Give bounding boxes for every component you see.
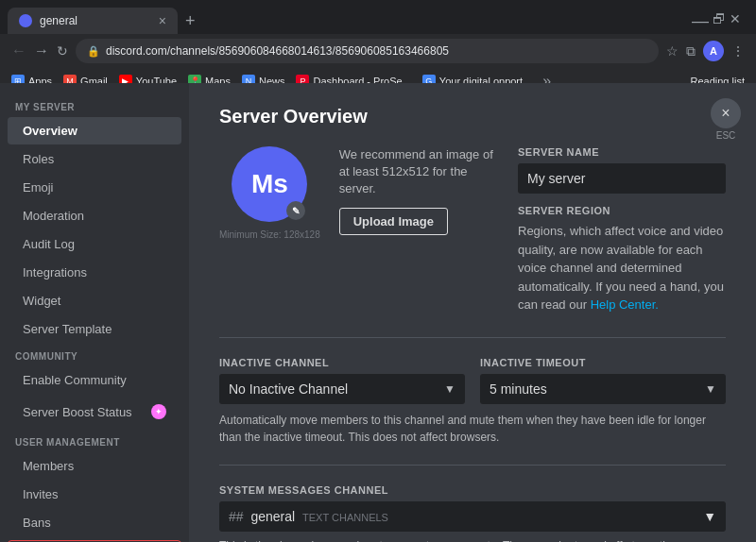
inactive-timeout-col: INACTIVE TIMEOUT 5 minutes ▼ xyxy=(480,357,726,404)
sidebar-item-integrations[interactable]: Integrations xyxy=(8,259,181,286)
server-region-label: SERVER REGION xyxy=(518,205,726,216)
close-esc-group: × ESC xyxy=(711,98,741,141)
esc-label: ESC xyxy=(716,130,736,141)
boost-badge: ✦ xyxy=(151,404,166,419)
system-channel-arrow-icon: ▼ xyxy=(703,509,716,524)
server-avatar: Ms ✎ xyxy=(232,146,307,222)
minimize-button[interactable]: — xyxy=(692,11,709,31)
inactive-channel-col: INACTIVE CHANNEL No Inactive Channel ▼ xyxy=(219,357,465,404)
reload-button[interactable]: ↻ xyxy=(57,43,68,59)
inactive-timeout-select[interactable]: 5 minutes ▼ xyxy=(480,374,726,404)
server-name-group: SERVER NAME xyxy=(518,146,726,194)
sidebar: MY SERVER Overview Roles Emoji Moderatio… xyxy=(0,83,189,542)
tab-favicon xyxy=(19,14,32,27)
divider-2 xyxy=(219,465,726,466)
sidebar-item-roles[interactable]: Roles xyxy=(8,145,181,173)
sidebar-item-overview[interactable]: Overview xyxy=(8,117,181,144)
inactive-channel-arrow-icon: ▼ xyxy=(444,382,455,396)
forward-button[interactable]: → xyxy=(34,42,49,59)
sidebar-item-emoji[interactable]: Emoji xyxy=(8,174,181,201)
more-icon[interactable]: ⋮ xyxy=(731,43,745,59)
main-content: × ESC Server Overview Ms ✎ Minimum Size:… xyxy=(189,83,756,542)
sidebar-item-audit-log[interactable]: Audit Log xyxy=(8,230,181,258)
extensions-icon[interactable]: ⧉ xyxy=(686,43,696,59)
inactive-timeout-arrow-icon: ▼ xyxy=(705,382,716,396)
close-button[interactable]: × xyxy=(711,98,741,128)
server-overview-top: Ms ✎ Minimum Size: 128x128 We recommend … xyxy=(219,146,726,314)
region-text: Regions, which affect voice and video qu… xyxy=(518,222,726,314)
close-window-button[interactable]: ✕ xyxy=(730,11,741,31)
sidebar-item-members[interactable]: Members xyxy=(8,452,181,480)
avatar-rec-text: We recommend an image of at least 512x51… xyxy=(339,146,499,198)
avatar-section: Ms ✎ Minimum Size: 128x128 xyxy=(219,146,320,314)
user-management-section-label: USER MANAGEMENT xyxy=(0,430,189,451)
address-bar[interactable]: 🔒 discord.com/channels/85690608466801461… xyxy=(76,39,659,63)
star-icon[interactable]: ☆ xyxy=(666,43,679,59)
inactive-helper-text: Automatically move members to this chann… xyxy=(219,412,726,446)
page-title: Server Overview xyxy=(219,106,726,127)
inactive-timeout-select-wrap: 5 minutes ▼ xyxy=(480,374,726,404)
system-channel-select[interactable]: ## general TEXT CHANNELS ▼ xyxy=(219,501,726,532)
server-name-input[interactable] xyxy=(518,163,726,194)
inactive-timeout-label: INACTIVE TIMEOUT xyxy=(480,357,726,368)
system-msg-label: SYSTEM MESSAGES CHANNEL xyxy=(219,484,726,496)
system-msg-helper-text: This is the channel we send system event… xyxy=(219,537,726,543)
tab-title: general xyxy=(40,14,151,27)
sidebar-item-widget[interactable]: Widget xyxy=(8,287,181,314)
avatar-edit-icon[interactable]: ✎ xyxy=(286,201,305,220)
upload-image-button[interactable]: Upload Image xyxy=(339,208,448,235)
sidebar-item-server-boost[interactable]: Server Boost Status ✦ xyxy=(8,398,181,426)
inactive-channel-select[interactable]: No Inactive Channel ▼ xyxy=(219,374,465,404)
help-center-link[interactable]: Help Center. xyxy=(591,297,659,312)
min-size-text: Minimum Size: 128x128 xyxy=(219,229,320,240)
server-name-region: SERVER NAME SERVER REGION Regions, which… xyxy=(518,146,726,314)
restore-button[interactable]: 🗗 xyxy=(713,11,726,31)
lock-icon: 🔒 xyxy=(87,45,100,58)
channel-sub-label: TEXT CHANNELS xyxy=(302,512,388,523)
channel-prefix-icon: ## xyxy=(229,509,244,524)
avatar-info: We recommend an image of at least 512x51… xyxy=(339,146,499,314)
sidebar-item-bans[interactable]: Bans xyxy=(8,509,181,536)
new-tab-button[interactable]: + xyxy=(185,12,196,29)
back-button[interactable]: ← xyxy=(11,42,26,59)
inactive-row: INACTIVE CHANNEL No Inactive Channel ▼ I… xyxy=(219,357,726,404)
address-text: discord.com/channels/856906084668014613/… xyxy=(106,44,449,58)
inactive-channel-select-wrap: No Inactive Channel ▼ xyxy=(219,374,465,404)
sidebar-item-server-template[interactable]: Server Template xyxy=(8,315,181,343)
server-name-label: SERVER NAME xyxy=(518,146,726,158)
inactive-channel-label: INACTIVE CHANNEL xyxy=(219,357,465,368)
my-server-section-label: MY SERVER xyxy=(0,94,189,116)
community-section-label: COMMUNITY xyxy=(0,344,189,365)
profile-icon[interactable]: A xyxy=(703,41,724,61)
sidebar-item-enable-community[interactable]: Enable Community xyxy=(8,366,181,394)
tab-close-button[interactable]: × xyxy=(159,13,166,28)
server-region-group: SERVER REGION Regions, which affect voic… xyxy=(518,205,726,314)
sidebar-item-invites[interactable]: Invites xyxy=(8,481,181,508)
sidebar-item-moderation[interactable]: Moderation xyxy=(8,202,181,229)
active-tab[interactable]: general × xyxy=(8,8,178,34)
system-msg-section: SYSTEM MESSAGES CHANNEL ## general TEXT … xyxy=(219,484,726,543)
divider-1 xyxy=(219,337,726,338)
